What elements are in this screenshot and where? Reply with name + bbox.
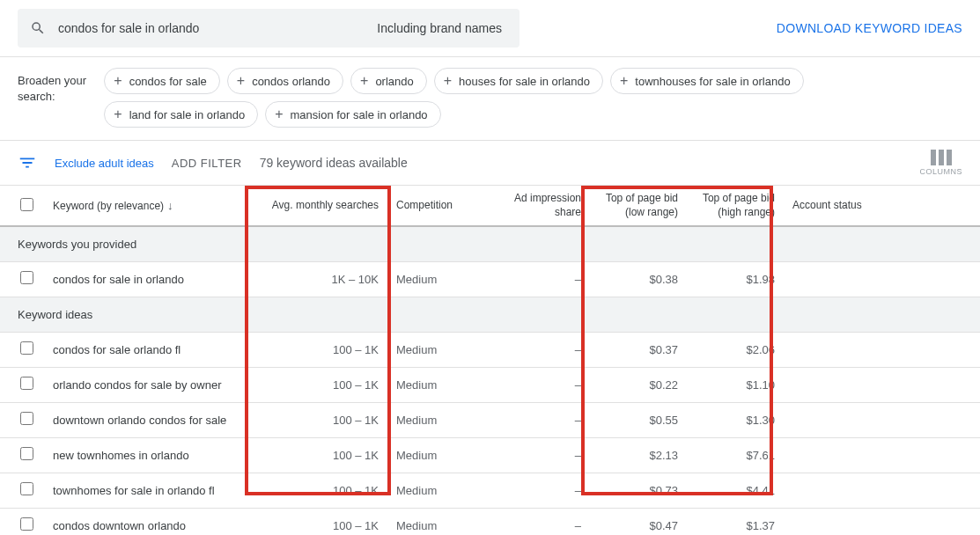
table-row: condos downtown orlando100 – 1KMedium–$0… <box>0 508 980 535</box>
select-all-checkbox[interactable] <box>20 198 33 211</box>
col-header-account-status[interactable]: Account status <box>784 186 980 226</box>
sort-arrow-down-icon: ↓ <box>167 199 173 212</box>
exclude-adult-ideas-link[interactable]: Exclude adult ideas <box>55 157 154 170</box>
broaden-chip[interactable]: +orlando <box>350 68 427 94</box>
plus-icon: + <box>237 74 245 88</box>
plus-icon: + <box>360 74 368 88</box>
table-row: townhomes for sale in orlando fl100 – 1K… <box>0 473 980 508</box>
col-header-competition[interactable]: Competition <box>387 186 502 226</box>
chip-label: orlando <box>375 75 413 88</box>
broaden-chip[interactable]: +condos for sale <box>104 68 220 94</box>
keyword-table-wrap: Keyword (by relevance)↓ Avg. monthly sea… <box>0 186 980 535</box>
top-bar: Including brand names DOWNLOAD KEYWORD I… <box>0 0 980 57</box>
col-header-bid-low[interactable]: Top of page bid (low range) <box>590 186 687 226</box>
brand-names-label: Including brand names <box>377 21 507 35</box>
table-row: condos for sale orlando fl100 – 1KMedium… <box>0 332 980 367</box>
filter-funnel-icon[interactable] <box>18 153 37 172</box>
row-checkbox[interactable] <box>20 482 33 495</box>
svg-rect-0 <box>931 150 936 165</box>
chip-label: land for sale in orlando <box>129 108 246 121</box>
col-header-avg-searches[interactable]: Avg. monthly searches <box>247 186 387 226</box>
search-icon <box>30 20 46 36</box>
chip-label: houses for sale in orlando <box>459 75 590 88</box>
table-row: condos for sale in orlando1K – 10KMedium… <box>0 261 980 297</box>
broaden-chips: +condos for sale+condos orlando+orlando+… <box>104 68 962 128</box>
search-box[interactable]: Including brand names <box>18 9 519 48</box>
table-row: orlando condos for sale by owner100 – 1K… <box>0 367 980 402</box>
download-keyword-ideas-link[interactable]: DOWNLOAD KEYWORD IDEAS <box>777 21 962 35</box>
svg-rect-2 <box>947 150 952 165</box>
chip-label: townhouses for sale in orlando <box>635 75 790 88</box>
search-input[interactable] <box>58 21 365 35</box>
keyword-table: Keyword (by relevance)↓ Avg. monthly sea… <box>0 186 980 535</box>
plus-icon: + <box>114 107 122 121</box>
columns-button[interactable]: COLUMNS <box>919 150 962 176</box>
row-checkbox[interactable] <box>20 377 33 390</box>
columns-icon <box>931 150 952 165</box>
row-checkbox[interactable] <box>20 271 33 284</box>
chip-label: condos orlando <box>252 75 330 88</box>
broaden-chip[interactable]: +condos orlando <box>227 68 343 94</box>
row-checkbox[interactable] <box>20 341 33 355</box>
col-header-keyword[interactable]: Keyword (by relevance)↓ <box>44 186 247 226</box>
broaden-chip[interactable]: +mansion for sale in orlando <box>265 101 440 128</box>
plus-icon: + <box>275 107 283 121</box>
plus-icon: + <box>620 74 628 88</box>
chip-label: mansion for sale in orlando <box>291 108 428 121</box>
plus-icon: + <box>114 74 122 88</box>
table-row: new townhomes in orlando100 – 1KMedium–$… <box>0 437 980 473</box>
broaden-chip[interactable]: +houses for sale in orlando <box>434 68 603 94</box>
broaden-chip[interactable]: +land for sale in orlando <box>104 101 258 128</box>
col-header-ad-impression[interactable]: Ad impression share <box>502 186 590 226</box>
chip-label: condos for sale <box>129 75 207 88</box>
table-row: downtown orlando condos for sale100 – 1K… <box>0 402 980 437</box>
ideas-count-label: 79 keyword ideas available <box>260 156 408 170</box>
table-section-row: Keyword ideas <box>0 297 980 332</box>
svg-rect-1 <box>939 150 944 165</box>
broaden-search-section: Broaden your search: +condos for sale+co… <box>0 57 980 141</box>
broaden-search-label: Broaden your search: <box>18 68 90 105</box>
table-section-row: Keywords you provided <box>0 226 980 261</box>
add-filter-button[interactable]: ADD FILTER <box>172 157 242 170</box>
filter-bar: Exclude adult ideas ADD FILTER 79 keywor… <box>0 141 980 186</box>
row-checkbox[interactable] <box>20 412 33 425</box>
broaden-chip[interactable]: +townhouses for sale in orlando <box>610 68 804 94</box>
row-checkbox[interactable] <box>20 447 33 460</box>
plus-icon: + <box>444 74 452 88</box>
row-checkbox[interactable] <box>20 517 33 531</box>
col-header-bid-high[interactable]: Top of page bid (high range) <box>687 186 784 226</box>
